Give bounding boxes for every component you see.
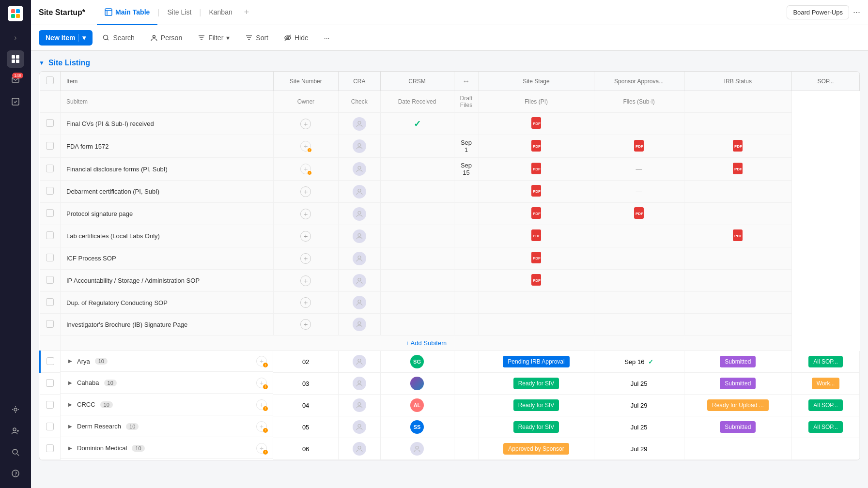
subitem-row: Lab certificates (Local Labs Only) + PDF…: [40, 225, 860, 247]
row-expand-arrow[interactable]: ▶: [66, 357, 74, 365]
col-resize-handle[interactable]: ↔: [454, 72, 479, 91]
col-site-stage: Site Stage: [479, 72, 594, 91]
subitem-add-icon[interactable]: +: [300, 297, 311, 308]
sidebar-home[interactable]: [7, 50, 24, 68]
site-number: 04: [273, 395, 338, 416]
sidebar-inbox[interactable]: 146: [7, 72, 24, 89]
pdf-icon[interactable]: PDF: [732, 139, 743, 152]
sidebar-search[interactable]: [7, 443, 24, 461]
pdf-icon[interactable]: PDF: [634, 139, 644, 152]
row-checkbox[interactable]: [46, 444, 54, 452]
subitem-add-icon[interactable]: +: [300, 186, 311, 197]
row-name: ▶ CRCC 10 +!: [61, 395, 273, 415]
person-button[interactable]: Person: [144, 30, 188, 45]
new-item-caret[interactable]: ▾: [78, 34, 86, 42]
sort-button[interactable]: Sort: [239, 30, 274, 45]
subitem-add-icon[interactable]: +: [300, 253, 311, 264]
owner-avatar: [353, 296, 366, 309]
column-header-row: Item Site Number CRA CRSM ↔ Site Stage S…: [40, 72, 860, 91]
row-checkbox[interactable]: [46, 423, 54, 430]
svg-point-49: [358, 278, 361, 281]
checkmark-1: ✓: [414, 119, 421, 129]
subitem-name: Debarment certification (PI, SubI): [61, 181, 274, 203]
tab-add-button[interactable]: +: [240, 7, 253, 17]
row-checkbox[interactable]: [46, 187, 54, 195]
subitem-add-icon[interactable]: +: [300, 209, 311, 219]
topnav-more-button[interactable]: ···: [853, 7, 860, 17]
row-expand-arrow[interactable]: ▶: [66, 379, 74, 387]
row-checkbox[interactable]: [46, 401, 54, 409]
pdf-icon[interactable]: PDF: [634, 207, 644, 219]
pdf-icon[interactable]: PDF: [531, 162, 542, 175]
add-subitem-button[interactable]: + Add Subitem: [61, 336, 792, 351]
row-checkbox[interactable]: [46, 209, 54, 217]
content-area: ▼ Site Listing Item Site Number CRA CRSM…: [31, 51, 868, 488]
subitem-add-icon[interactable]: +: [300, 231, 311, 242]
row-checkbox[interactable]: [46, 320, 54, 328]
svg-point-52: [358, 300, 361, 303]
subitem-draft-cell: PDF: [479, 113, 594, 135]
row-checkbox[interactable]: [46, 165, 54, 172]
owner-avatar: [353, 318, 366, 331]
col-sop: SOP...: [792, 72, 860, 91]
app-logo[interactable]: [8, 6, 23, 21]
row-expand-arrow[interactable]: ▶: [66, 423, 74, 430]
svg-point-55: [358, 381, 361, 384]
tab-main-table[interactable]: Main Table: [97, 0, 157, 25]
sidebar-help[interactable]: [7, 465, 24, 482]
row-checkbox[interactable]: [46, 142, 54, 150]
subitem-add-icon[interactable]: +: [300, 319, 311, 330]
subitem-row: Dup. of Regulatory Conducting SOP +: [40, 292, 860, 314]
crsm-avatar: [410, 377, 424, 390]
subitem-add-icon[interactable]: +: [300, 275, 311, 286]
more-toolbar-button[interactable]: ···: [318, 30, 336, 45]
svg-point-53: [358, 322, 361, 325]
subitem-label-col: Subitem: [61, 91, 274, 113]
new-item-button[interactable]: New Item ▾: [39, 30, 93, 46]
subitem-add-icon-cell: +: [273, 113, 338, 135]
filter-button[interactable]: Filter ▾: [192, 30, 235, 45]
sidebar-expand[interactable]: ›: [7, 29, 24, 46]
pdf-icon[interactable]: PDF: [732, 229, 743, 242]
group-toggle[interactable]: ▼: [39, 60, 45, 66]
subitem-add-icon-1[interactable]: +: [300, 119, 311, 129]
select-all-checkbox[interactable]: [46, 76, 54, 84]
pdf-icon[interactable]: PDF: [531, 207, 542, 219]
main-table: Item Site Number CRA CRSM ↔ Site Stage S…: [39, 71, 860, 460]
subitem-row: Debarment certification (PI, SubI) + PDF…: [40, 181, 860, 203]
sidebar-add-member[interactable]: [7, 422, 24, 440]
row-checkbox[interactable]: [46, 357, 54, 365]
irb-status-cell: Submitted: [684, 416, 791, 438]
row-checkbox[interactable]: [46, 119, 54, 127]
cra-cell: [339, 438, 380, 460]
sidebar-tasks[interactable]: [7, 93, 24, 110]
sidebar-plugins[interactable]: [7, 401, 24, 418]
tab-site-list[interactable]: Site List: [159, 0, 199, 25]
irb-badge: Submitted: [720, 421, 756, 433]
pdf-icon[interactable]: PDF: [732, 162, 743, 175]
tab-kanban[interactable]: Kanban: [201, 0, 240, 25]
row-checkbox[interactable]: [46, 379, 54, 387]
main-row-dominion: ▶ Dominion Medical 10 +! 06 Approved by …: [40, 438, 860, 460]
search-button[interactable]: Search: [96, 30, 140, 45]
subitem-row: Protocol signature page + PDF PDF: [40, 203, 860, 225]
pdf-icon[interactable]: PDF: [531, 274, 542, 286]
pdf-icon[interactable]: PDF: [531, 139, 542, 152]
pdf-icon-1[interactable]: PDF: [531, 117, 542, 129]
board-power-ups-button[interactable]: Board Power-Ups: [787, 5, 849, 19]
svg-point-59: [416, 446, 418, 449]
pdf-icon[interactable]: PDF: [531, 184, 542, 197]
owner-avatar: [353, 185, 366, 198]
hide-button[interactable]: Hide: [278, 30, 314, 45]
svg-rect-7: [16, 60, 19, 63]
pdf-icon[interactable]: PDF: [531, 229, 542, 242]
pdf-icon[interactable]: PDF: [531, 251, 542, 264]
main-row-crcc: ▶ CRCC 10 +! 04 AL Ready for SIV Jul 29 …: [40, 395, 860, 416]
row-checkbox[interactable]: [46, 298, 54, 306]
row-checkbox[interactable]: [46, 254, 54, 261]
row-expand-arrow[interactable]: ▶: [66, 444, 74, 452]
row-checkbox[interactable]: [46, 276, 54, 284]
row-checkbox[interactable]: [46, 231, 54, 239]
row-expand-arrow[interactable]: ▶: [66, 401, 74, 409]
subitem-check-col: Check: [339, 91, 380, 113]
